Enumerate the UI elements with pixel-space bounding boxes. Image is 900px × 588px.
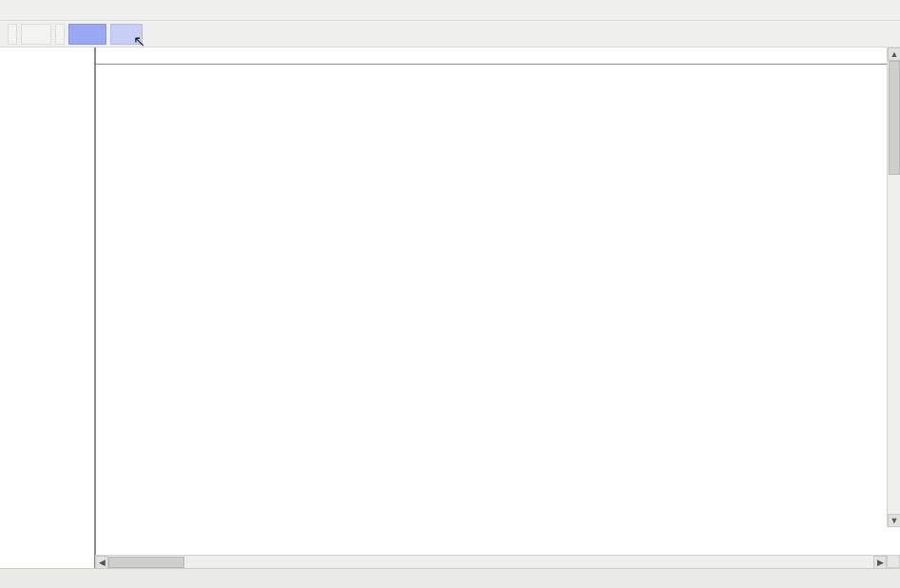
horizontal-scrollbar[interactable]: ◀ ▶ bbox=[95, 555, 887, 568]
scroll-right-button[interactable]: ▶ bbox=[873, 556, 887, 568]
sequence-name-pane bbox=[0, 47, 95, 568]
vertical-scrollbar[interactable]: ▲ ▼ bbox=[887, 47, 900, 527]
tool-iub-agtc[interactable] bbox=[8, 24, 17, 45]
menu-analyze[interactable] bbox=[89, 9, 116, 12]
toolbar: ↖ bbox=[0, 21, 900, 47]
tool-iden-seque[interactable] bbox=[110, 24, 143, 45]
status-bar bbox=[0, 568, 900, 588]
menu-edit[interactable] bbox=[36, 9, 63, 12]
menu-bar bbox=[0, 0, 900, 21]
ruler bbox=[95, 47, 887, 65]
scroll-left-button[interactable]: ◀ bbox=[95, 556, 108, 568]
menu-view[interactable] bbox=[63, 9, 89, 12]
menu-help[interactable] bbox=[116, 9, 143, 12]
cursor-column-line bbox=[95, 47, 96, 555]
tool-pier[interactable] bbox=[68, 24, 106, 45]
scroll-up-button[interactable]: ▲ bbox=[888, 47, 900, 61]
menu-file[interactable] bbox=[10, 9, 36, 12]
scroll-corner bbox=[887, 555, 900, 568]
hscroll-thumb[interactable] bbox=[108, 557, 184, 568]
tool-size[interactable] bbox=[55, 24, 65, 45]
scroll-down-button[interactable]: ▼ bbox=[888, 514, 900, 527]
tool-plural-otga[interactable] bbox=[21, 24, 51, 45]
sequence-pane[interactable]: ▲ ▼ ◀ ▶ bbox=[95, 47, 900, 568]
vscroll-thumb[interactable] bbox=[889, 61, 900, 175]
alignment-workspace: ▲ ▼ ◀ ▶ bbox=[0, 47, 900, 568]
